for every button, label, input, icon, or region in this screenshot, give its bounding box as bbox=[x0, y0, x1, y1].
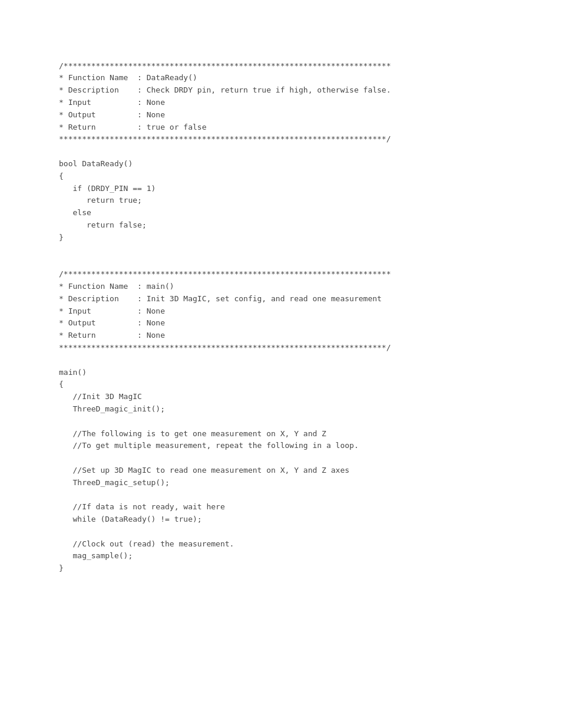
code-container: /***************************************… bbox=[0, 0, 562, 622]
code-content: /***************************************… bbox=[59, 60, 538, 575]
